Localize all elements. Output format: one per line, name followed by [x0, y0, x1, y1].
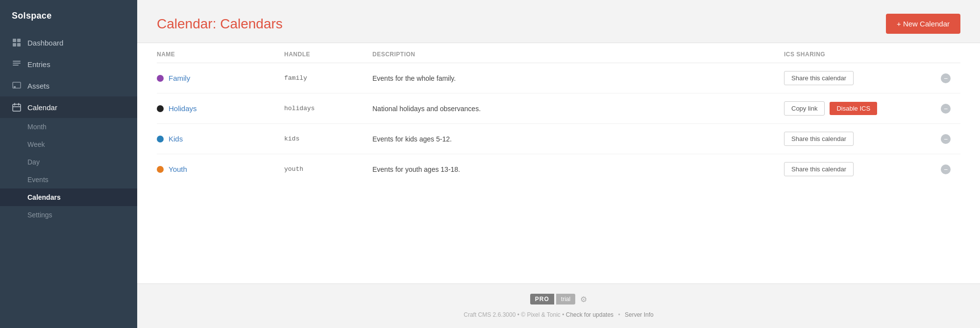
- handle-cell-youth: youth: [284, 165, 372, 173]
- gear-icon[interactable]: ⚙: [580, 295, 587, 304]
- remove-cell-family: −: [941, 73, 960, 83]
- desc-cell-holidays: National holidays and observances.: [372, 105, 784, 113]
- svg-rect-4: [13, 61, 21, 62]
- name-cell-holidays: Holidays: [157, 104, 284, 113]
- kids-description: Events for kids ages 5-12.: [372, 135, 452, 143]
- svg-rect-3: [17, 43, 21, 47]
- svg-rect-1: [17, 39, 21, 42]
- holidays-remove-button[interactable]: −: [941, 104, 951, 114]
- remove-cell-kids: −: [941, 134, 960, 144]
- table: Name Handle Description ICS sharing Fami…: [157, 43, 960, 184]
- remove-cell-holidays: −: [941, 104, 960, 114]
- page-header: Calendar: Calendars + New Calendar: [137, 0, 980, 43]
- holidays-link[interactable]: Holidays: [169, 104, 197, 113]
- trial-label: trial: [556, 294, 575, 305]
- dashboard-icon: [12, 38, 22, 47]
- col-description: Description: [372, 51, 784, 58]
- sidebar-logo: Solspace: [0, 0, 137, 32]
- new-calendar-button[interactable]: + New Calendar: [886, 14, 960, 34]
- footer-separator: •: [618, 311, 620, 318]
- craft-info: Craft CMS 2.6.3000 • © Pixel & Tonic •: [464, 311, 564, 318]
- assets-label: Assets: [27, 82, 49, 90]
- ics-cell-youth: Share this calendar: [784, 162, 941, 176]
- holidays-handle: holidays: [284, 105, 315, 112]
- ics-cell-family: Share this calendar: [784, 71, 941, 85]
- month-label: Month: [27, 123, 47, 131]
- svg-rect-9: [13, 104, 21, 111]
- youth-share-button[interactable]: Share this calendar: [784, 162, 854, 176]
- svg-rect-8: [14, 86, 16, 88]
- family-link[interactable]: Family: [169, 74, 190, 82]
- svg-rect-2: [13, 43, 16, 47]
- sidebar-sub-item-day[interactable]: Day: [0, 153, 137, 171]
- handle-cell-kids: kids: [284, 135, 372, 142]
- calendar-icon: [12, 102, 22, 112]
- calendar-label: Calendar: [27, 103, 57, 112]
- main-content: Calendar: Calendars + New Calendar Name …: [137, 0, 980, 328]
- entries-label: Entries: [27, 60, 50, 69]
- col-name: Name: [157, 51, 284, 58]
- desc-cell-youth: Events for youth ages 13-18.: [372, 165, 784, 173]
- handle-cell-family: family: [284, 74, 372, 82]
- ics-cell-kids: Share this calendar: [784, 132, 941, 146]
- name-cell-kids: Kids: [157, 135, 284, 143]
- desc-cell-kids: Events for kids ages 5-12.: [372, 135, 784, 143]
- page-title: Calendar: Calendars: [157, 16, 283, 32]
- pro-label: PRO: [530, 294, 554, 305]
- svg-rect-6: [13, 65, 19, 66]
- kids-link[interactable]: Kids: [169, 135, 183, 143]
- footer-text: Craft CMS 2.6.3000 • © Pixel & Tonic • C…: [157, 311, 960, 318]
- holidays-description: National holidays and observances.: [372, 105, 481, 113]
- check-updates-link[interactable]: Check for updates: [566, 311, 613, 318]
- family-dot: [157, 75, 164, 82]
- settings-label: Settings: [27, 211, 52, 219]
- calendars-table-container: Name Handle Description ICS sharing Fami…: [137, 43, 980, 283]
- sidebar-item-entries[interactable]: Entries: [0, 53, 137, 75]
- youth-description: Events for youth ages 13-18.: [372, 165, 460, 173]
- sidebar-sub-item-month[interactable]: Month: [0, 118, 137, 136]
- family-remove-button[interactable]: −: [941, 73, 951, 83]
- desc-cell-family: Events for the whole family.: [372, 74, 784, 82]
- sidebar-item-dashboard[interactable]: Dashboard: [0, 32, 137, 53]
- entries-icon: [12, 59, 22, 69]
- svg-rect-0: [13, 39, 16, 42]
- ics-cell-holidays: Copy link Disable ICS: [784, 101, 941, 116]
- week-label: Week: [27, 141, 45, 148]
- sidebar-sub-item-settings[interactable]: Settings: [0, 206, 137, 224]
- sidebar-sub-item-calendars[interactable]: Calendars: [0, 188, 137, 206]
- name-cell-youth: Youth: [157, 165, 284, 173]
- pro-badge-wrapper: PRO trial ⚙: [157, 294, 960, 305]
- events-label: Events: [27, 176, 49, 184]
- family-description: Events for the whole family.: [372, 74, 456, 82]
- youth-dot: [157, 166, 164, 173]
- holidays-copy-link-button[interactable]: Copy link: [784, 101, 825, 116]
- col-actions: [941, 51, 960, 58]
- youth-remove-button[interactable]: −: [941, 164, 951, 174]
- youth-link[interactable]: Youth: [169, 165, 187, 173]
- sidebar-item-calendar[interactable]: Calendar: [0, 96, 137, 118]
- youth-handle: youth: [284, 165, 303, 173]
- sidebar-item-assets[interactable]: Assets: [0, 75, 137, 96]
- sidebar: Solspace Dashboard Entries Assets Calend…: [0, 0, 137, 328]
- day-label: Day: [27, 158, 40, 166]
- holidays-dot: [157, 105, 164, 112]
- holidays-disable-ics-button[interactable]: Disable ICS: [830, 102, 877, 115]
- kids-remove-button[interactable]: −: [941, 134, 951, 144]
- kids-share-button[interactable]: Share this calendar: [784, 132, 854, 146]
- table-header: Name Handle Description ICS sharing: [157, 43, 960, 63]
- kids-dot: [157, 136, 164, 142]
- table-row: Family family Events for the whole famil…: [157, 63, 960, 94]
- assets-icon: [12, 81, 22, 91]
- footer: PRO trial ⚙ Craft CMS 2.6.3000 • © Pixel…: [137, 283, 980, 328]
- table-row: Youth youth Events for youth ages 13-18.…: [157, 154, 960, 184]
- handle-cell-holidays: holidays: [284, 105, 372, 112]
- name-cell-family: Family: [157, 74, 284, 82]
- table-row: Kids kids Events for kids ages 5-12. Sha…: [157, 124, 960, 154]
- server-info-link[interactable]: Server Info: [625, 311, 654, 318]
- family-share-button[interactable]: Share this calendar: [784, 71, 854, 85]
- svg-rect-5: [13, 63, 21, 64]
- sidebar-sub-item-week[interactable]: Week: [0, 136, 137, 153]
- dashboard-label: Dashboard: [27, 39, 63, 47]
- remove-cell-youth: −: [941, 164, 960, 174]
- sidebar-sub-item-events[interactable]: Events: [0, 171, 137, 188]
